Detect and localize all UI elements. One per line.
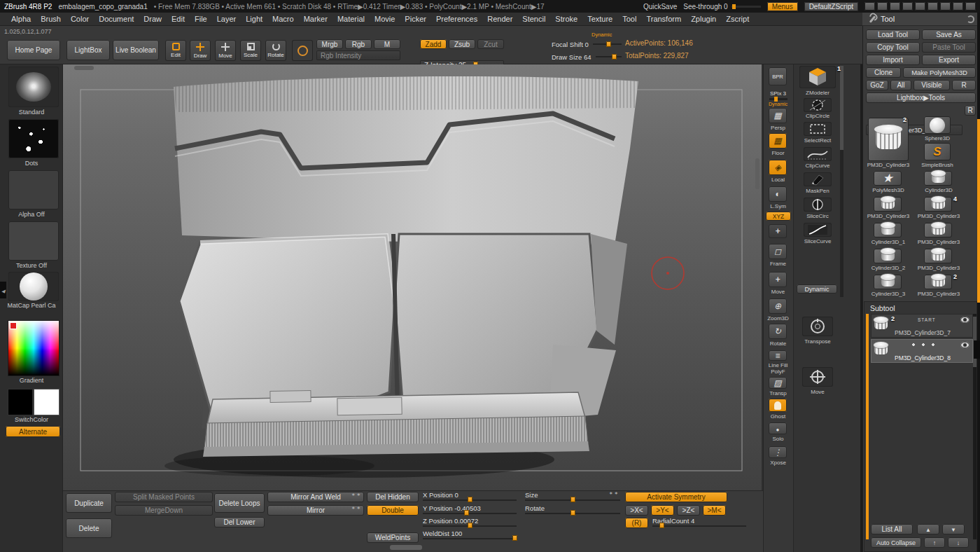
menu-transform[interactable]: Transform [646, 15, 681, 23]
goz-button[interactable]: GoZ [866, 80, 888, 90]
subtool-move-down-button[interactable] [948, 537, 969, 548]
brush-preview[interactable] [292, 40, 313, 61]
menu-light[interactable]: Light [246, 15, 262, 23]
right-panel-handle[interactable] [974, 340, 980, 359]
tool-thumb-sphere3d[interactable] [924, 116, 951, 134]
mirror-button[interactable]: Mirror ∗∗ [267, 505, 364, 516]
floor-button[interactable] [769, 133, 787, 149]
slicecirc-brush[interactable] [804, 198, 832, 212]
subtool-scroll-indicator[interactable] [866, 314, 869, 539]
main-color-swatch[interactable] [8, 389, 32, 415]
home-page-button[interactable]: Home Page [7, 40, 60, 60]
tool-thumb-cylinder3d[interactable] [924, 171, 952, 186]
draw-size-track[interactable] [596, 56, 622, 57]
menu-movie[interactable]: Movie [374, 15, 395, 23]
mrgb-button[interactable]: Mrgb [316, 39, 343, 49]
draw-button[interactable]: Draw [190, 40, 211, 61]
subtool-title[interactable]: Subtool [870, 304, 895, 312]
brush-column-scrollbar[interactable] [840, 66, 844, 297]
titlebar-icon-6[interactable] [927, 2, 938, 11]
window-scrollbar[interactable] [977, 13, 980, 552]
canvas-h-scrollbar[interactable] [74, 66, 94, 70]
transp-button[interactable] [769, 377, 787, 389]
tool-thumb-cylinder3d-1[interactable] [874, 223, 902, 237]
ghost-button[interactable] [769, 399, 787, 412]
rotate-slider[interactable]: Rotate [524, 504, 622, 516]
brush-selector[interactable] [8, 67, 59, 107]
menus-button[interactable]: Menus [767, 2, 798, 11]
rgb-button[interactable]: Rgb [345, 39, 372, 49]
selectrect-brush[interactable] [804, 122, 832, 136]
current-tool-thumb[interactable] [868, 118, 909, 161]
save-as-button[interactable]: Save As [922, 29, 976, 40]
titlebar-icon-1[interactable] [864, 2, 875, 11]
menu-texture[interactable]: Texture [587, 15, 612, 23]
menu-material[interactable]: Material [337, 15, 365, 23]
menu-file[interactable]: File [195, 15, 207, 23]
texture-selector[interactable] [8, 221, 59, 261]
slider-r-button[interactable]: R [965, 105, 976, 116]
subtool-down-button[interactable] [942, 524, 965, 534]
transpose-tool[interactable] [802, 317, 833, 336]
list-all-button[interactable]: List All [871, 524, 913, 534]
refresh-icon[interactable] [967, 15, 974, 23]
stroke-selector[interactable] [8, 119, 59, 158]
focal-shift-slider[interactable]: Focal Shift 0 [552, 40, 622, 48]
xyz-button[interactable]: XYZ [766, 212, 791, 221]
subtool-2-widgets-icon[interactable] [911, 342, 939, 347]
color-picker[interactable] [8, 321, 59, 375]
menu-stroke[interactable]: Stroke [555, 15, 578, 23]
y-position-slider[interactable]: Y Position -0.40503 [421, 504, 518, 516]
tool-panel-header[interactable]: Tool [862, 13, 980, 26]
tool-thumb-pm3d-4[interactable] [924, 249, 952, 263]
del-lower-button[interactable]: Del Lower [214, 517, 265, 527]
scale-button[interactable]: Scale [240, 40, 261, 61]
document-3d-view[interactable] [63, 64, 762, 490]
canvas-viewport[interactable] [63, 64, 762, 490]
menu-stencil[interactable]: Stencil [522, 15, 545, 23]
titlebar-icon-4[interactable] [902, 2, 913, 11]
m-button[interactable]: M [374, 39, 400, 49]
tool-thumb-pm3d-1[interactable] [874, 197, 902, 212]
menu-picker[interactable]: Picker [405, 15, 426, 23]
zoom3d-button[interactable] [769, 298, 787, 314]
menu-preferences[interactable]: Preferences [436, 15, 477, 23]
clone-button[interactable]: Clone [866, 67, 901, 78]
canvas-v-scrollbar[interactable] [755, 158, 760, 189]
sym-z-button[interactable]: >Z< [677, 505, 700, 516]
live-boolean-button[interactable]: Live Boolean [113, 40, 159, 60]
activate-symmetry-button[interactable]: Activate Symmetry [625, 492, 727, 502]
titlebar-icon-7[interactable] [940, 2, 951, 11]
goz-visible-button[interactable]: Visible [913, 80, 950, 90]
load-tool-button[interactable]: Load Tool [866, 29, 920, 40]
delete-button[interactable]: Delete [66, 518, 112, 538]
see-through-slider[interactable]: See-through 0 [683, 3, 760, 11]
menu-layer[interactable]: Layer [217, 15, 237, 23]
tool-thumb-pm3d-5[interactable] [924, 275, 952, 289]
menu-marker[interactable]: Marker [304, 15, 328, 23]
tool-thumb-simplebrush[interactable]: S [924, 143, 951, 160]
focal-shift-track[interactable] [593, 43, 622, 45]
menu-color[interactable]: Color [71, 15, 89, 23]
edit-button[interactable]: Edit [165, 40, 186, 61]
move-view-button[interactable] [769, 272, 787, 287]
radial-count-slider[interactable]: RadialCount 4 [651, 516, 748, 528]
size-slider[interactable]: Size ∗∗ [524, 490, 622, 502]
alpha-selector[interactable] [8, 170, 59, 209]
duplicate-button[interactable]: Duplicate [66, 493, 112, 513]
frame-button[interactable] [769, 244, 787, 259]
export-button[interactable]: Export [922, 55, 976, 65]
move-tool[interactable] [802, 367, 833, 387]
material-selector[interactable] [8, 272, 59, 301]
z-position-slider[interactable]: Z Position 0.00072 [421, 516, 518, 528]
quicksave-button[interactable]: QuickSave [643, 3, 677, 11]
draw-size-slider[interactable]: Draw Size 64 [552, 53, 622, 61]
see-through-track[interactable] [732, 6, 761, 8]
titlebar-icon-5[interactable] [915, 2, 925, 11]
move-button[interactable]: Move [215, 40, 236, 61]
sym-y-button[interactable]: >Y< [651, 505, 674, 516]
menu-zscript[interactable]: Zscript [726, 15, 749, 23]
menu-macro[interactable]: Macro [272, 15, 294, 23]
del-hidden-button[interactable]: Del Hidden [367, 492, 419, 502]
mirror-and-weld-button[interactable]: Mirror And Weld ∗∗ [267, 492, 364, 502]
